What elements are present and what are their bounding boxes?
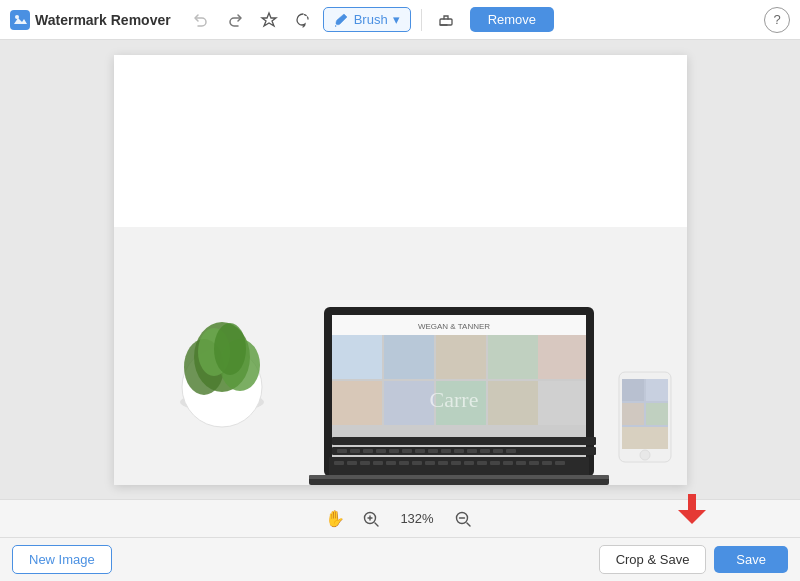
app-logo: Watermark Remover (10, 10, 171, 30)
crop-save-label: Crop & Save (616, 552, 690, 567)
svg-rect-43 (503, 461, 513, 465)
lasso-icon (294, 11, 312, 29)
zoom-out-button[interactable] (451, 507, 475, 531)
main-canvas-area: WEGAN & TANNER Carre (0, 40, 800, 499)
help-button[interactable]: ? (764, 7, 790, 33)
svg-rect-19 (488, 335, 538, 379)
hand-tool-icon: ✋ (325, 509, 345, 528)
new-image-button[interactable]: New Image (12, 545, 112, 574)
svg-rect-30 (334, 461, 344, 465)
status-bar: ✋ 132% (0, 499, 800, 537)
svg-rect-58 (454, 449, 464, 453)
brush-label: Brush (354, 12, 388, 27)
svg-rect-51 (363, 449, 373, 453)
svg-rect-70 (622, 403, 644, 425)
svg-rect-42 (490, 461, 500, 465)
down-arrow-icon (674, 490, 710, 526)
eraser-icon (437, 11, 455, 29)
svg-rect-36 (412, 461, 422, 465)
svg-rect-65 (309, 475, 609, 479)
svg-rect-29 (329, 457, 589, 477)
brush-dropdown-icon: ▾ (393, 12, 400, 27)
svg-rect-63 (332, 437, 596, 445)
svg-rect-40 (464, 461, 474, 465)
eraser-tool-button[interactable] (432, 6, 460, 34)
separator-1 (421, 9, 422, 31)
svg-text:WEGAN & TANNER: WEGAN & TANNER (417, 322, 489, 331)
footer-bar: New Image Crop & Save Save (0, 537, 800, 581)
svg-rect-47 (555, 461, 565, 465)
svg-point-11 (214, 323, 246, 375)
svg-rect-32 (360, 461, 370, 465)
logo-icon (10, 10, 30, 30)
svg-rect-33 (373, 461, 383, 465)
redo-icon (227, 12, 243, 28)
svg-rect-21 (332, 381, 382, 425)
zoom-in-button[interactable] (359, 507, 383, 531)
download-arrow-indicator (674, 490, 710, 530)
toolbar: Watermark Remover Brush ▾ (0, 0, 800, 40)
svg-rect-50 (350, 449, 360, 453)
svg-rect-44 (516, 461, 526, 465)
image-bottom-scene: WEGAN & TANNER Carre (114, 227, 687, 485)
image-top-region (114, 55, 687, 227)
svg-rect-61 (493, 449, 503, 453)
svg-rect-57 (441, 449, 451, 453)
brush-icon (334, 12, 349, 27)
svg-rect-68 (622, 379, 644, 401)
brush-tool-button[interactable]: Brush ▾ (323, 7, 411, 32)
zoom-level: 132% (397, 511, 437, 526)
undo-button[interactable] (187, 6, 215, 34)
image-content: WEGAN & TANNER Carre (114, 55, 687, 485)
svg-rect-22 (384, 381, 434, 425)
svg-rect-17 (384, 335, 434, 379)
svg-rect-31 (347, 461, 357, 465)
remove-label: Remove (488, 12, 536, 27)
redo-button[interactable] (221, 6, 249, 34)
svg-rect-25 (538, 381, 586, 425)
svg-rect-60 (480, 449, 490, 453)
crop-save-button[interactable]: Crop & Save (599, 545, 707, 574)
svg-rect-46 (542, 461, 552, 465)
svg-rect-69 (646, 379, 668, 401)
polygon-tool-button[interactable] (255, 6, 283, 34)
scene-svg: WEGAN & TANNER Carre (114, 227, 687, 485)
zoom-in-icon (362, 510, 380, 528)
svg-rect-18 (436, 335, 486, 379)
new-image-label: New Image (29, 552, 95, 567)
zoom-out-icon (454, 510, 472, 528)
svg-rect-54 (402, 449, 412, 453)
svg-rect-2 (440, 19, 452, 25)
undo-icon (193, 12, 209, 28)
svg-rect-49 (337, 449, 347, 453)
svg-rect-62 (506, 449, 516, 453)
svg-rect-56 (428, 449, 438, 453)
svg-rect-53 (389, 449, 399, 453)
svg-rect-41 (477, 461, 487, 465)
svg-rect-34 (386, 461, 396, 465)
svg-rect-52 (376, 449, 386, 453)
svg-rect-59 (467, 449, 477, 453)
svg-point-1 (15, 15, 19, 19)
svg-marker-77 (678, 510, 706, 524)
svg-rect-72 (622, 427, 668, 449)
svg-rect-76 (688, 494, 696, 512)
canvas-container[interactable]: WEGAN & TANNER Carre (114, 55, 687, 485)
help-icon: ? (773, 12, 780, 27)
svg-rect-45 (529, 461, 539, 465)
footer-right-actions: Crop & Save Save (599, 545, 788, 574)
remove-button[interactable]: Remove (470, 7, 554, 32)
svg-rect-38 (438, 461, 448, 465)
svg-text:Carre: Carre (429, 387, 478, 412)
app-title: Watermark Remover (35, 12, 171, 28)
svg-rect-39 (451, 461, 461, 465)
svg-rect-55 (415, 449, 425, 453)
save-button[interactable]: Save (714, 546, 788, 573)
svg-rect-37 (425, 461, 435, 465)
lasso-tool-button[interactable] (289, 6, 317, 34)
polygon-icon (260, 11, 278, 29)
svg-point-73 (640, 450, 650, 460)
save-label: Save (736, 552, 766, 567)
svg-rect-16 (332, 335, 382, 379)
svg-rect-71 (646, 403, 668, 425)
